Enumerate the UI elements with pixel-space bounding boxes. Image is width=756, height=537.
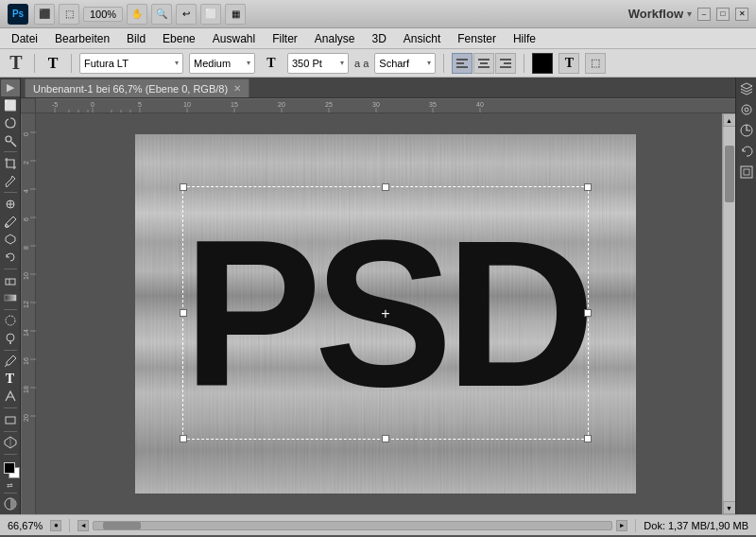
blur-tool[interactable] xyxy=(1,312,20,329)
svg-rect-80 xyxy=(741,166,752,178)
menu-bar: Datei Bearbeiten Bild Ebene Auswahl Filt… xyxy=(0,28,756,49)
text-tool[interactable]: T xyxy=(1,371,20,388)
quick-mask-tool[interactable] xyxy=(1,495,20,512)
screen-mode-icon[interactable]: ▦ xyxy=(225,4,246,25)
rotate-icon[interactable]: ↩ xyxy=(176,4,197,25)
font-style-arrow-icon: ▾ xyxy=(247,59,250,67)
history-panel-icon[interactable] xyxy=(737,142,756,161)
hscroll-thumb[interactable] xyxy=(103,522,141,529)
menu-fenster[interactable]: Fenster xyxy=(450,30,504,47)
aa-label: a a xyxy=(354,58,369,69)
minimize-button[interactable]: – xyxy=(697,8,711,21)
svg-text:40: 40 xyxy=(476,101,484,108)
text-tool-icon[interactable]: T xyxy=(6,53,26,74)
svg-text:20: 20 xyxy=(23,414,29,422)
align-left-button[interactable] xyxy=(452,53,472,74)
history-brush-tool[interactable] xyxy=(1,249,20,266)
align-center-button[interactable] xyxy=(473,53,494,74)
tool-preset-icon[interactable]: ⬛ xyxy=(34,4,55,25)
menu-3d[interactable]: 3D xyxy=(365,30,394,47)
font-size-dropdown[interactable]: 66,67% 350 Pt ▾ xyxy=(287,53,349,74)
menu-analyse[interactable]: Analyse xyxy=(307,30,363,47)
restore-button[interactable]: □ xyxy=(716,8,730,21)
svg-rect-23 xyxy=(6,417,15,424)
menu-ansicht[interactable]: Ansicht xyxy=(396,30,448,47)
history-icon xyxy=(739,144,754,159)
status-arrow-icon[interactable]: ● xyxy=(50,520,61,531)
horizontal-scrollbar[interactable] xyxy=(93,521,612,530)
3d-icon xyxy=(4,436,17,449)
vscroll-thumb[interactable] xyxy=(725,146,734,202)
foreground-color[interactable] xyxy=(4,462,15,474)
lasso-tool[interactable] xyxy=(1,114,20,131)
dodge-tool[interactable] xyxy=(1,330,20,347)
magic-wand-tool[interactable] xyxy=(1,132,20,149)
crop-tool[interactable] xyxy=(1,155,20,172)
menu-auswahl[interactable]: Auswahl xyxy=(205,30,263,47)
tool-sep-9 xyxy=(4,493,17,494)
menu-datei[interactable]: Datei xyxy=(4,30,45,47)
font-style-dropdown[interactable]: Medium ▾ xyxy=(189,53,255,74)
warp-text-icon[interactable]: T xyxy=(558,53,579,74)
vertical-scrollbar[interactable]: ▲ ▼ xyxy=(722,113,735,514)
svg-rect-6 xyxy=(500,59,511,61)
menu-bild[interactable]: Bild xyxy=(119,30,153,47)
view-extras-icon[interactable]: ⬜ xyxy=(200,4,221,25)
workflow-arrow-icon[interactable]: ▾ xyxy=(687,9,692,19)
text-color-swatch[interactable] xyxy=(532,53,553,74)
text-orientation-icon[interactable]: T xyxy=(43,53,63,74)
font-family-dropdown[interactable]: Futura LT ▾ xyxy=(79,53,183,74)
swap-colors-icon[interactable]: ⇄ xyxy=(7,481,13,490)
brush-icon xyxy=(4,216,17,229)
align-right-button[interactable] xyxy=(495,53,516,74)
character-panel-icon[interactable]: ⬚ xyxy=(585,53,606,74)
channels-panel-icon[interactable] xyxy=(737,100,756,119)
menu-filter[interactable]: Filter xyxy=(265,30,305,47)
svg-text:16: 16 xyxy=(23,357,29,365)
hand-tool-icon[interactable]: ✋ xyxy=(127,4,147,25)
canvas-container[interactable]: PSD + xyxy=(36,113,735,514)
layers-panel-icon[interactable] xyxy=(737,79,756,98)
menu-bearbeiten[interactable]: Bearbeiten xyxy=(47,30,117,47)
menu-ebene[interactable]: Ebene xyxy=(155,30,203,47)
eyedropper-tool[interactable] xyxy=(1,173,20,190)
font-size-icon: T xyxy=(261,53,282,74)
font-size-arrow-icon: ▾ xyxy=(340,59,344,67)
healing-icon xyxy=(4,198,17,211)
menu-hilfe[interactable]: Hilfe xyxy=(506,30,543,47)
horizontal-ruler: -5 0 5 10 15 20 25 30 35 40 xyxy=(36,98,735,113)
svg-text:10: 10 xyxy=(183,101,191,108)
canvas-tab[interactable]: Unbenannt-1 bei 66,7% (Ebene 0, RGB/8) ✕ xyxy=(25,78,249,97)
aa-dropdown[interactable]: Scharf ▾ xyxy=(374,53,436,74)
pen-tool[interactable] xyxy=(1,353,20,370)
clone-stamp-tool[interactable] xyxy=(1,231,20,248)
path-selection-tool[interactable] xyxy=(1,389,20,406)
scrollbar-container: ◄ ► xyxy=(77,520,627,531)
vscroll-up-button[interactable]: ▲ xyxy=(723,113,736,127)
svg-text:6: 6 xyxy=(23,217,29,221)
hscroll-left-button[interactable]: ◄ xyxy=(77,520,89,531)
close-button[interactable]: ✕ xyxy=(735,8,748,21)
status-bar: 66,67% ● ◄ ► Dok: 1,37 MB/1,90 MB xyxy=(0,514,756,535)
gradient-tool[interactable] xyxy=(1,289,20,306)
svg-text:25: 25 xyxy=(325,101,333,108)
navigator-panel-icon[interactable] xyxy=(737,163,756,182)
3d-tool[interactable] xyxy=(1,435,20,452)
vscroll-track[interactable] xyxy=(724,127,735,501)
marquee-tool[interactable]: ⬜ xyxy=(1,97,20,114)
eraser-tool[interactable] xyxy=(1,271,20,288)
vertical-ruler: 0 2 4 6 8 10 12 14 xyxy=(21,113,36,514)
adjustments-panel-icon[interactable] xyxy=(737,121,756,140)
vscroll-down-button[interactable]: ▼ xyxy=(723,501,736,514)
channels-icon xyxy=(739,102,754,117)
move-tool[interactable]: ▶ xyxy=(1,79,20,96)
shape-tool[interactable] xyxy=(1,411,20,428)
hscroll-right-button[interactable]: ► xyxy=(616,520,627,531)
brush-tool[interactable] xyxy=(1,214,20,231)
zoom-tool-icon[interactable]: 🔍 xyxy=(151,4,172,25)
close-tab-icon[interactable]: ✕ xyxy=(233,83,241,94)
history-state-icon[interactable]: ⬚ xyxy=(59,4,79,25)
svg-rect-17 xyxy=(5,295,16,301)
healing-brush-tool[interactable] xyxy=(1,196,20,213)
svg-text:2: 2 xyxy=(23,161,29,165)
